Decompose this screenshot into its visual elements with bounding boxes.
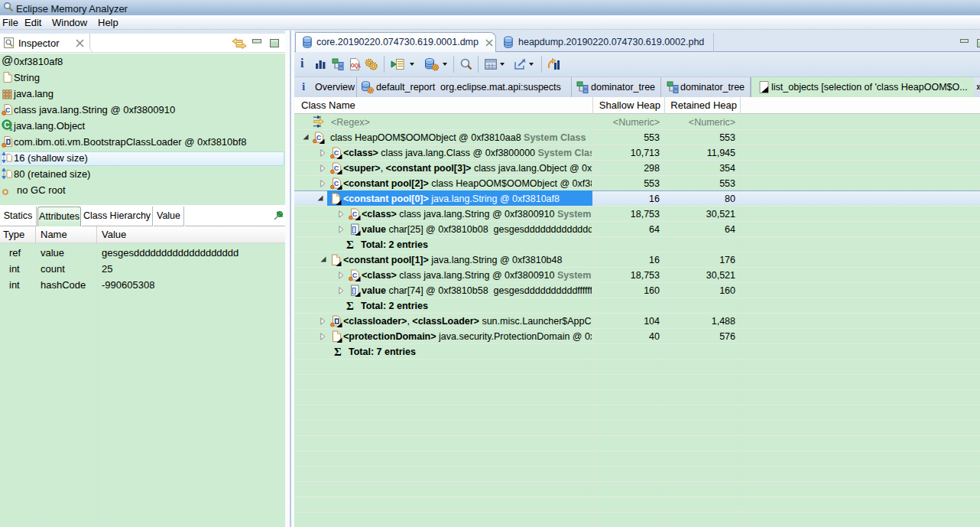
svg-text:s: s — [9, 125, 13, 132]
svg-text:[]: [] — [352, 226, 356, 233]
svg-text:C: C — [334, 180, 339, 187]
svg-text:[]: [] — [352, 287, 356, 294]
svg-text:C: C — [316, 134, 322, 142]
svg-text:C: C — [352, 210, 358, 218]
svg-text:C: C — [334, 149, 339, 157]
svg-text:C: C — [352, 272, 358, 279]
svg-text:OQL: OQL — [351, 63, 361, 69]
svg-text:C: C — [334, 164, 339, 172]
